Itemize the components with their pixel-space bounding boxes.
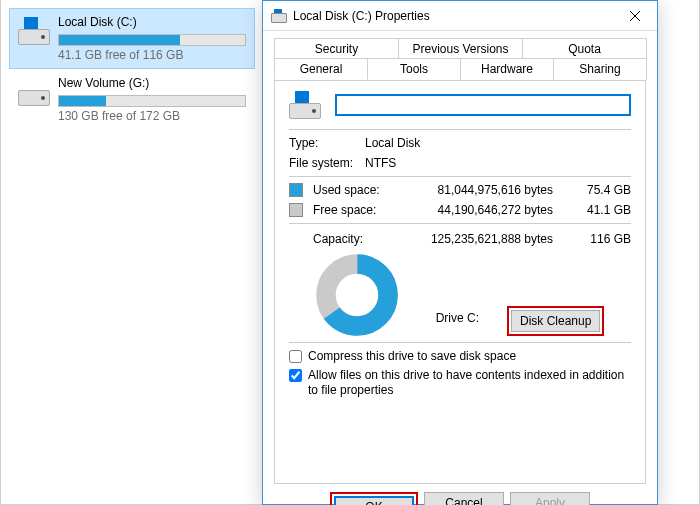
properties-dialog: Local Disk (C:) Properties Security Prev… xyxy=(262,0,658,505)
used-space-label: Used space: xyxy=(313,183,387,197)
free-space-label: Free space: xyxy=(313,203,387,217)
dialog-button-row: OK Cancel Apply xyxy=(263,484,657,505)
free-space-swatch xyxy=(289,203,303,217)
separator xyxy=(289,223,631,224)
cancel-button[interactable]: Cancel xyxy=(424,492,504,505)
hard-drive-icon xyxy=(18,17,50,45)
highlight-annotation: OK xyxy=(330,492,418,505)
capacity-label: Capacity: xyxy=(313,232,387,246)
drive-free-label: 41.1 GB free of 116 GB xyxy=(58,48,246,62)
tab-tools[interactable]: Tools xyxy=(367,58,461,80)
capacity-bytes: 125,235,621,888 bytes xyxy=(387,232,573,246)
capacity-bar xyxy=(58,95,246,107)
highlight-annotation: Disk Cleanup xyxy=(507,306,604,336)
tab-quota[interactable]: Quota xyxy=(522,38,647,59)
index-checkbox[interactable] xyxy=(289,369,302,382)
volume-label-input[interactable] xyxy=(335,94,631,116)
type-label: Type: xyxy=(289,136,365,150)
separator xyxy=(289,129,631,130)
compress-checkbox[interactable] xyxy=(289,350,302,363)
filesystem-label: File system: xyxy=(289,156,365,170)
filesystem-value: NTFS xyxy=(365,156,631,170)
used-space-gb: 75.4 GB xyxy=(573,183,631,197)
tab-hardware[interactable]: Hardware xyxy=(460,58,554,80)
index-label[interactable]: Allow files on this drive to have conten… xyxy=(308,368,631,398)
drive-list: Local Disk (C:) 41.1 GB free of 116 GB N… xyxy=(9,8,255,130)
drive-name-label: New Volume (G:) xyxy=(58,76,246,90)
tab-security[interactable]: Security xyxy=(274,38,399,59)
hard-drive-icon xyxy=(271,9,287,23)
apply-button[interactable]: Apply xyxy=(510,492,590,505)
close-icon xyxy=(630,11,640,21)
titlebar[interactable]: Local Disk (C:) Properties xyxy=(263,1,657,31)
capacity-bar xyxy=(58,34,246,46)
compress-label[interactable]: Compress this drive to save disk space xyxy=(308,349,631,364)
dialog-title: Local Disk (C:) Properties xyxy=(293,9,613,23)
used-space-bytes: 81,044,975,616 bytes xyxy=(387,183,573,197)
disk-usage-chart xyxy=(316,254,398,336)
tab-sharing[interactable]: Sharing xyxy=(553,58,647,80)
type-value: Local Disk xyxy=(365,136,631,150)
hard-drive-icon xyxy=(289,91,321,119)
tab-content-general: Type: Local Disk File system: NTFS Used … xyxy=(274,80,646,484)
drive-free-label: 130 GB free of 172 GB xyxy=(58,109,246,123)
free-space-gb: 41.1 GB xyxy=(573,203,631,217)
drive-item-g[interactable]: New Volume (G:) 130 GB free of 172 GB xyxy=(9,69,255,130)
ok-button[interactable]: OK xyxy=(334,496,414,505)
tab-strip: Security Previous Versions Quota General… xyxy=(263,31,657,81)
drive-item-c[interactable]: Local Disk (C:) 41.1 GB free of 116 GB xyxy=(9,8,255,69)
capacity-gb: 116 GB xyxy=(573,232,631,246)
disk-cleanup-button[interactable]: Disk Cleanup xyxy=(511,310,600,332)
tab-previous-versions[interactable]: Previous Versions xyxy=(398,38,523,59)
separator xyxy=(289,342,631,343)
hard-drive-icon xyxy=(18,78,50,106)
separator xyxy=(289,176,631,177)
close-button[interactable] xyxy=(613,2,657,30)
free-space-bytes: 44,190,646,272 bytes xyxy=(387,203,573,217)
used-space-swatch xyxy=(289,183,303,197)
chart-drive-label: Drive C: xyxy=(436,311,479,331)
drive-name-label: Local Disk (C:) xyxy=(58,15,246,29)
tab-general[interactable]: General xyxy=(274,58,368,80)
